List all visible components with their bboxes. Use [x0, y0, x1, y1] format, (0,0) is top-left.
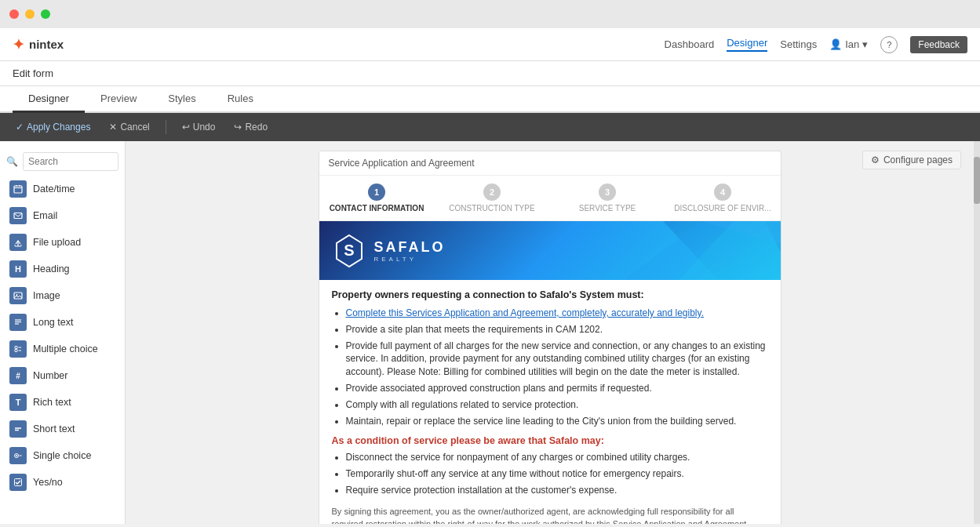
list-item: Maintain, repair or replace the service … — [346, 415, 768, 428]
help-button[interactable]: ? — [880, 36, 898, 53]
number-icon: # — [9, 367, 27, 384]
redo-icon: ↪ — [234, 122, 242, 133]
nav-right: Dashboard Designer Settings 👤 Ian ▾ ? Fe… — [665, 36, 967, 53]
form-canvas: Service Application and Agreement 1 CONT… — [319, 151, 781, 524]
condition-label: As a condition of service please be awar… — [332, 435, 768, 446]
longtext-icon — [9, 314, 27, 331]
sidebar-item-label: Email — [33, 210, 57, 221]
shorttext-icon — [9, 420, 27, 438]
banner-decoration — [545, 221, 781, 280]
step-2-label: CONSTRUCTION TYPE — [449, 204, 534, 213]
sidebar-item-singlechoice[interactable]: Single choice — [0, 442, 125, 469]
step-4[interactable]: 4 DISCLOSURE OF ENVIR... — [665, 176, 781, 220]
undo-button[interactable]: ↩ Undo — [176, 119, 222, 135]
sidebar-item-label: Rich text — [33, 397, 71, 408]
nav-designer[interactable]: Designer — [727, 37, 767, 52]
safalo-logo-icon: S — [332, 234, 366, 268]
svg-rect-13 — [15, 350, 17, 352]
step-1[interactable]: 1 CONTACT INFORMATION — [319, 176, 435, 220]
titlebar — [0, 0, 980, 28]
gear-icon: ⚙ — [871, 154, 880, 165]
sidebar-item-number[interactable]: # Number — [0, 362, 125, 389]
sidebar-item-multiplechoice[interactable]: Multiple choice — [0, 336, 125, 362]
search-icon: 🔍 — [6, 156, 18, 167]
list-item-link[interactable]: Complete this Services Application and A… — [346, 307, 704, 318]
sidebar-item-image[interactable]: Image — [0, 282, 125, 309]
action-divider — [166, 120, 166, 134]
right-scrollbar[interactable] — [974, 141, 980, 524]
tab-designer[interactable]: Designer — [13, 86, 85, 113]
banner-logo: S SAFALO REALTY — [332, 234, 446, 268]
heading-icon: H — [9, 260, 27, 278]
sidebar-item-label: Yes/no — [33, 477, 63, 488]
svg-text:S: S — [344, 242, 354, 259]
step-2-circle: 2 — [483, 184, 501, 201]
sidebar-item-fileupload[interactable]: File upload — [0, 229, 125, 256]
agreement-text: By signing this agreement, you as the ow… — [332, 505, 768, 524]
sidebar-item-longtext[interactable]: Long text — [0, 309, 125, 336]
sidebar-item-shorttext[interactable]: Short text — [0, 416, 125, 442]
sidebar-item-yesno[interactable]: Yes/no — [0, 469, 125, 496]
apply-changes-button[interactable]: ✓ Apply Changes — [9, 119, 97, 135]
search-input[interactable] — [23, 152, 118, 171]
tab-styles[interactable]: Styles — [152, 86, 211, 113]
help-label: ? — [887, 40, 891, 49]
cancel-label: Cancel — [120, 122, 149, 133]
user-name: Ian — [845, 38, 859, 50]
step-2[interactable]: 2 CONSTRUCTION TYPE — [435, 176, 550, 220]
list-item: Provide full payment of all charges for … — [346, 340, 768, 379]
banner-company: SAFALO — [374, 239, 446, 256]
nintex-brand-name: nintex — [29, 38, 64, 51]
step-4-label: DISCLOSURE OF ENVIR... — [674, 204, 771, 213]
multiplechoice-icon — [9, 340, 27, 358]
form-content: Property owners requesting a connection … — [319, 280, 781, 524]
sidebar-item-label: Short text — [33, 423, 75, 434]
step-3-label: SERVICE TYPE — [579, 204, 636, 213]
configure-pages-label: Configure pages — [883, 154, 953, 165]
sidebar-item-label: Image — [33, 290, 60, 301]
list-item: Comply with all regulations related to s… — [346, 398, 768, 412]
svg-rect-4 — [14, 213, 22, 219]
minimize-button[interactable] — [25, 9, 35, 19]
nav-settings[interactable]: Settings — [780, 38, 817, 50]
list-item: Provide associated approved construction… — [346, 382, 768, 395]
tab-preview[interactable]: Preview — [85, 86, 152, 113]
tab-bar: Designer Preview Styles Rules — [0, 86, 980, 113]
svg-rect-0 — [14, 186, 22, 193]
nav-user[interactable]: 👤 Ian ▾ — [829, 38, 868, 50]
condition-item: Temporarily shut-off any service at any … — [346, 467, 768, 481]
form-heading: Property owners requesting a connection … — [332, 289, 768, 300]
email-icon — [9, 207, 27, 224]
form-banner: S SAFALO REALTY — [319, 221, 781, 280]
close-button[interactable] — [9, 9, 19, 19]
sidebar-item-label: Date/time — [33, 184, 75, 194]
step-1-circle: 1 — [368, 184, 385, 201]
sidebar-item-email[interactable]: Email — [0, 202, 125, 229]
sidebar-item-richtext[interactable]: T Rich text — [0, 389, 125, 416]
apply-changes-label: Apply Changes — [27, 122, 90, 133]
singlechoice-icon — [9, 447, 27, 464]
sidebar-item-heading[interactable]: H Heading — [0, 256, 125, 282]
maximize-button[interactable] — [41, 9, 50, 19]
scrollbar-thumb[interactable] — [974, 157, 980, 204]
svg-rect-6 — [14, 293, 22, 299]
nav-dashboard[interactable]: Dashboard — [665, 38, 715, 50]
yesno-icon — [9, 474, 27, 491]
form-title: Service Application and Agreement — [329, 158, 475, 169]
richtext-icon: T — [9, 394, 27, 411]
tab-rules[interactable]: Rules — [212, 86, 269, 113]
redo-button[interactable]: ↪ Redo — [228, 119, 274, 135]
list-item: Complete this Services Application and A… — [346, 307, 768, 320]
sidebar-item-label: Number — [33, 370, 67, 381]
sidebar-item-label: Heading — [33, 264, 70, 274]
sidebar-item-datetime[interactable]: Date/time — [0, 176, 125, 202]
redo-label: Redo — [245, 122, 268, 133]
main-layout: 🔍 Date/time Email File upload H Heading — [0, 141, 980, 524]
configure-pages-button[interactable]: ⚙ Configure pages — [862, 151, 961, 169]
feedback-button[interactable]: Feedback — [910, 36, 967, 53]
step-3[interactable]: 3 SERVICE TYPE — [550, 176, 665, 220]
form-title-bar: Service Application and Agreement — [319, 151, 781, 176]
cancel-button[interactable]: ✕ Cancel — [103, 119, 155, 135]
sidebar-search-container: 🔍 — [0, 147, 125, 176]
nintex-logo-icon: ✦ — [13, 36, 24, 53]
